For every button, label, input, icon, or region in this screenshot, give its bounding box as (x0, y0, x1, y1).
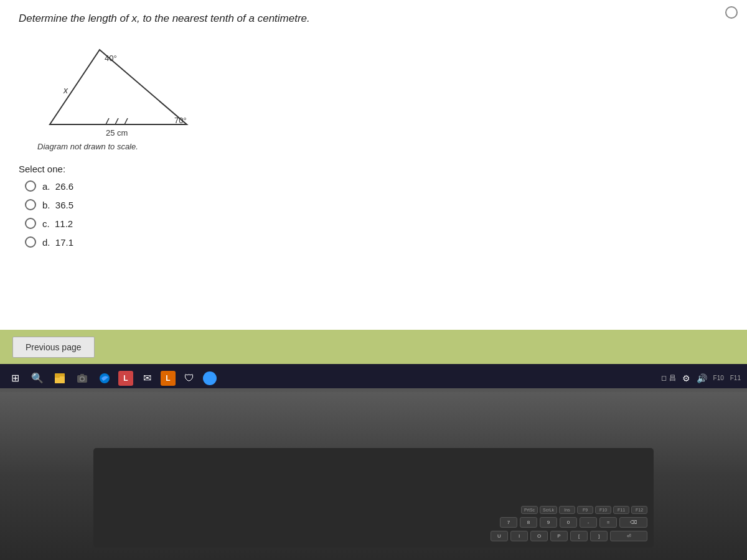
key-9[interactable]: 9 (540, 517, 557, 528)
taskbar-volume[interactable]: 🔊 (697, 373, 707, 383)
option-a[interactable]: a. 26.6 (25, 180, 728, 192)
key-i[interactable]: I (510, 531, 528, 541)
edge-browser-icon[interactable] (96, 370, 113, 387)
key-0[interactable]: 0 (560, 517, 577, 528)
side-25cm-label: 25 cm (106, 128, 128, 137)
fn-key-f10: F10 (713, 375, 724, 381)
select-label: Select one: (19, 164, 728, 174)
key-enter[interactable]: ⏎ (610, 531, 647, 541)
key-scrlk[interactable]: ScrLk (540, 506, 557, 514)
svg-line-1 (115, 118, 118, 124)
option-b-label: b. 36.5 (42, 200, 73, 210)
taskbar: ⊞ 🔍 L ✉ L 🛡 (0, 364, 747, 392)
radio-d[interactable] (25, 236, 36, 248)
key-lbracket[interactable]: [ (570, 531, 588, 541)
angle-40-label: 40° (105, 54, 117, 63)
screen: Determine the length of x, to the neares… (0, 0, 747, 398)
svg-rect-5 (55, 375, 60, 378)
option-d-label: d. 17.1 (42, 237, 73, 248)
taskbar-right: ◻ 昌 ⚙ 🔊 F10 F11 (661, 373, 741, 383)
key-f9[interactable]: F9 (577, 506, 593, 514)
fn-key-row: PrtSc ScrLk Ins F9 F10 F11 F12 (521, 506, 647, 514)
windows-icon[interactable]: ⊞ (6, 370, 24, 387)
previous-page-button[interactable]: Previous page (12, 337, 95, 358)
key-minus[interactable]: - (580, 517, 597, 528)
laptop-body: PrtSc ScrLk Ins F9 F10 F11 F12 7 8 9 0 -… (0, 392, 747, 560)
svg-rect-9 (80, 374, 84, 376)
key-f12[interactable]: F12 (631, 506, 647, 514)
keyboard-area: PrtSc ScrLk Ins F9 F10 F11 F12 7 8 9 0 -… (93, 448, 654, 548)
taskbar-icon-l1[interactable]: L (118, 371, 133, 386)
key-p[interactable]: P (550, 531, 568, 541)
flag-icon[interactable] (725, 6, 738, 19)
diagram-container: x 40° 70° 25 cm (37, 37, 199, 137)
options-list: a. 26.6 b. 36.5 c. 11.2 d. 17.1 (25, 180, 728, 248)
key-f11[interactable]: F11 (613, 506, 629, 514)
key-rbracket[interactable]: ] (590, 531, 608, 541)
file-explorer-icon[interactable] (51, 370, 68, 387)
option-a-label: a. 26.6 (42, 181, 73, 192)
letter-row-uiop: U I O P [ ] ⏎ (491, 531, 647, 541)
taskbar-time: ◻ 昌 (661, 373, 675, 383)
key-ins[interactable]: Ins (559, 506, 575, 514)
svg-line-2 (125, 118, 128, 124)
key-f10[interactable]: F10 (595, 506, 611, 514)
angle-70-label: 70° (174, 116, 187, 125)
number-key-row: 7 8 9 0 - = ⌫ (500, 517, 647, 528)
triangle-shape (50, 50, 187, 124)
mail-icon[interactable]: ✉ (138, 370, 156, 387)
key-7[interactable]: 7 (500, 517, 517, 528)
svg-point-8 (81, 377, 84, 380)
x-label: x (63, 85, 68, 95)
svg-line-0 (106, 118, 109, 124)
bottom-bar: Previous page (0, 330, 747, 364)
key-o[interactable]: O (530, 531, 548, 541)
search-taskbar-icon[interactable]: 🔍 (29, 370, 46, 387)
option-d[interactable]: d. 17.1 (25, 236, 728, 248)
key-8[interactable]: 8 (520, 517, 537, 528)
taskbar-gear[interactable]: ⚙ (682, 373, 690, 383)
camera-icon[interactable] (73, 370, 91, 387)
option-c[interactable]: c. 11.2 (25, 218, 728, 229)
taskbar-icon-l2[interactable]: L (161, 371, 176, 386)
option-b[interactable]: b. 36.5 (25, 199, 728, 210)
circle-icon[interactable] (203, 371, 217, 385)
radio-a[interactable] (25, 180, 36, 192)
diagram-note: Diagram not drawn to scale. (37, 142, 728, 151)
option-c-label: c. 11.2 (42, 218, 73, 229)
radio-c[interactable] (25, 218, 36, 229)
triangle-diagram: x 40° 70° 25 cm (37, 37, 199, 137)
key-equals[interactable]: = (599, 517, 617, 528)
key-prtsc[interactable]: PrtSc (521, 506, 538, 514)
key-u[interactable]: U (491, 531, 508, 541)
radio-b[interactable] (25, 199, 36, 210)
fn-key-f11: F11 (730, 375, 741, 381)
shield-icon[interactable]: 🛡 (181, 370, 198, 387)
key-backspace[interactable]: ⌫ (619, 517, 647, 528)
question-text: Determine the length of x, to the neares… (19, 12, 728, 25)
